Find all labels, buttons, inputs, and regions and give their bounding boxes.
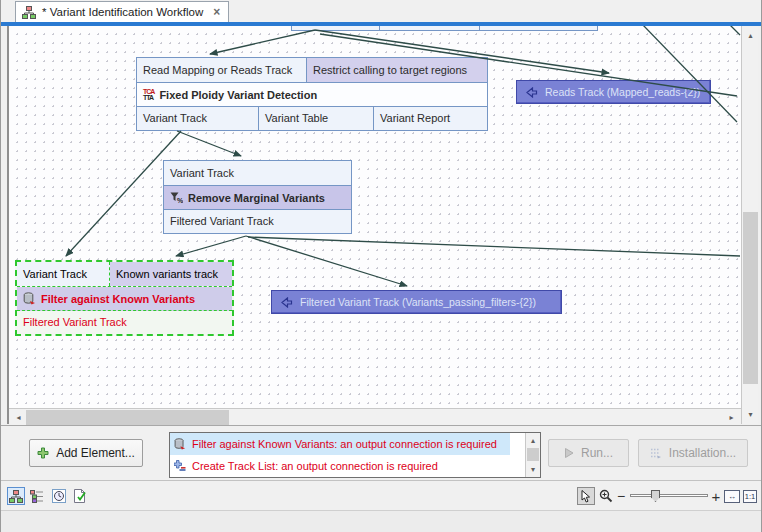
output-port-variant-track[interactable]: Variant Track bbox=[137, 107, 259, 130]
actual-size-button[interactable]: 1:1 bbox=[741, 487, 759, 505]
node-title: Filter against Known Variants bbox=[41, 293, 195, 305]
message-row-filter-known-variants[interactable]: Filter against Known Variants: an output… bbox=[170, 433, 510, 455]
output-port-variant-report[interactable]: Variant Report bbox=[374, 107, 487, 130]
node-filtered-variant-track-output[interactable]: Filtered Variant Track (Variants_passing… bbox=[271, 290, 562, 314]
input-port-restrict-calling[interactable]: Restrict calling to target regions bbox=[307, 58, 487, 82]
zoom-slider[interactable] bbox=[630, 494, 708, 497]
svg-text:%: % bbox=[177, 197, 183, 204]
output-port-filtered-variant-track[interactable]: Filtered Variant Track bbox=[164, 210, 351, 233]
node-remove-marginal-variants[interactable]: Variant Track % Remove Marginal Variants… bbox=[163, 160, 352, 234]
green-plus-icon bbox=[37, 447, 49, 459]
tab-variant-identification-workflow[interactable]: * Variant Identification Workflow × bbox=[15, 1, 229, 22]
input-port-variant-track[interactable]: Variant Track bbox=[164, 161, 351, 185]
io-node-label: Filtered Variant Track (Variants_passing… bbox=[300, 296, 536, 308]
horizontal-scroll-thumb[interactable] bbox=[26, 410, 229, 425]
node-title-row[interactable]: Filter against Known Variants bbox=[17, 287, 232, 311]
cursor-arrow-icon bbox=[581, 490, 592, 503]
tab-close-icon[interactable]: × bbox=[213, 5, 220, 19]
status-bar: ↔ 1:1 bbox=[1, 480, 762, 510]
scroll-up-icon[interactable] bbox=[743, 28, 758, 43]
zoom-out-icon[interactable] bbox=[615, 487, 627, 505]
truncated-node[interactable] bbox=[291, 26, 598, 31]
node-title: Fixed Ploidy Variant Detection bbox=[159, 89, 317, 101]
wire-remove-marginal-to-offscreen-right bbox=[248, 237, 740, 256]
input-port-known-variants-track[interactable]: Known variants track bbox=[110, 262, 232, 286]
workflow-canvas[interactable]: Read Mapping or Reads Track Restrict cal… bbox=[9, 26, 741, 408]
track-list-icon bbox=[174, 460, 186, 472]
node-title: Remove Marginal Variants bbox=[188, 192, 325, 204]
wire-variant-track-to-remove-marginal bbox=[177, 131, 241, 156]
run-button[interactable]: Run... bbox=[548, 439, 629, 467]
vertical-scroll-thumb[interactable] bbox=[743, 212, 758, 384]
message-list-scrollbar[interactable] bbox=[525, 433, 540, 477]
node-reads-track-input[interactable]: Reads Track (Mapped_reads-{2}) bbox=[516, 80, 711, 104]
canvas-horizontal-scrollbar[interactable] bbox=[9, 408, 741, 425]
one-to-one-icon: 1:1 bbox=[743, 490, 757, 503]
play-icon bbox=[564, 448, 574, 458]
wire-top-right-stub bbox=[729, 26, 740, 35]
known-variants-db-icon bbox=[174, 438, 186, 450]
workflow-list-icon bbox=[30, 490, 44, 503]
input-port-variant-track[interactable]: Variant Track bbox=[17, 262, 110, 286]
node-fixed-ploidy-variant-detection[interactable]: Read Mapping or Reads Track Restrict cal… bbox=[136, 57, 488, 131]
tca-tta-icon: TCA TTA bbox=[143, 89, 154, 101]
message-scroll-thumb[interactable] bbox=[527, 448, 539, 461]
installation-button[interactable]: Installation... bbox=[638, 439, 748, 467]
validate-button[interactable] bbox=[71, 487, 89, 505]
scroll-left-icon[interactable] bbox=[11, 410, 26, 425]
zoom-in-icon[interactable] bbox=[710, 487, 722, 505]
workflow-list-view-button[interactable] bbox=[28, 487, 46, 505]
document-check-icon bbox=[73, 489, 87, 503]
history-button[interactable] bbox=[50, 487, 68, 505]
canvas-vertical-scrollbar[interactable] bbox=[741, 26, 758, 424]
message-row-create-track-list[interactable]: Create Track List: an output connection … bbox=[170, 455, 510, 477]
fit-to-width-button[interactable]: ↔ bbox=[723, 487, 741, 505]
installation-icon bbox=[650, 448, 662, 459]
add-element-button[interactable]: Add Element... bbox=[29, 439, 143, 467]
bottom-toolbar: Add Element... Filter against Known Vari… bbox=[1, 425, 762, 480]
known-variants-db-icon bbox=[23, 292, 36, 305]
workflow-view-icon bbox=[9, 490, 23, 503]
left-arrow-icon bbox=[525, 87, 538, 98]
bottom-strip bbox=[1, 510, 762, 532]
io-node-label: Reads Track (Mapped_reads-{2}) bbox=[545, 86, 700, 98]
tab-bar: * Variant Identification Workflow × bbox=[1, 0, 762, 22]
wire-top-to-fixed-ploidy bbox=[210, 30, 315, 54]
node-filter-against-known-variants[interactable]: Variant Track Known variants track Filte… bbox=[15, 260, 234, 336]
zoom-slider-thumb[interactable] bbox=[651, 490, 660, 502]
left-arrow-icon bbox=[280, 297, 293, 308]
tab-title: * Variant Identification Workflow bbox=[42, 6, 203, 18]
workflow-editor-window: * Variant Identification Workflow × Read… bbox=[0, 0, 762, 532]
clock-icon bbox=[52, 489, 66, 503]
scroll-right-icon[interactable] bbox=[724, 410, 739, 425]
scroll-up-icon[interactable] bbox=[526, 434, 540, 447]
workflow-view-button[interactable] bbox=[7, 487, 25, 505]
filter-funnel-icon: % bbox=[170, 192, 183, 204]
wire-remove-marginal-to-filter bbox=[176, 236, 246, 256]
wire-remove-marginal-to-filtered-output bbox=[246, 236, 407, 286]
scroll-down-icon[interactable] bbox=[526, 463, 540, 476]
output-port-filtered-variant-track[interactable]: Filtered Variant Track bbox=[17, 311, 232, 334]
validation-message-list: Filter against Known Variants: an output… bbox=[169, 432, 541, 478]
output-port-variant-table[interactable]: Variant Table bbox=[259, 107, 374, 130]
node-title-row[interactable]: % Remove Marginal Variants bbox=[164, 186, 351, 210]
input-port-read-mapping[interactable]: Read Mapping or Reads Track bbox=[137, 58, 307, 82]
zoom-tool-button[interactable] bbox=[597, 487, 615, 505]
scroll-down-icon[interactable] bbox=[743, 407, 758, 422]
pointer-tool-button[interactable] bbox=[577, 487, 595, 505]
workflow-icon bbox=[22, 6, 36, 19]
fit-width-icon: ↔ bbox=[724, 490, 740, 503]
wire-diagonal-over-reads-track bbox=[641, 26, 737, 122]
node-title-row[interactable]: TCA TTA Fixed Ploidy Variant Detection bbox=[137, 83, 487, 107]
magnifier-plus-icon bbox=[599, 489, 613, 503]
